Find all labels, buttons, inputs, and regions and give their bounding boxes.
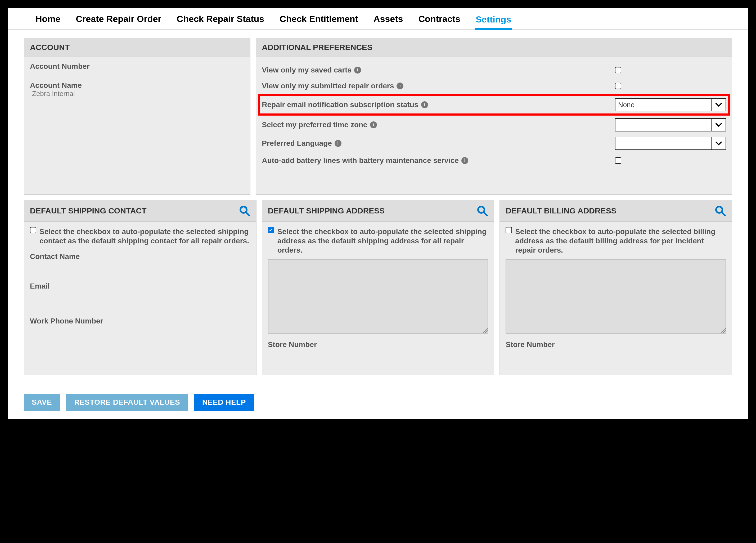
account-number-field: Account Number (30, 62, 244, 71)
shipping-contact-autopop-checkbox[interactable] (30, 227, 36, 233)
account-name-field: Account Name Zebra Internal (30, 81, 244, 98)
shipping-address-autopop-text: Select the checkbox to auto-populate the… (277, 227, 488, 255)
shipping-contact-header: DEFAULT SHIPPING CONTACT (24, 200, 256, 222)
svg-line-3 (484, 212, 487, 216)
shipping-address-body: Select the checkbox to auto-populate the… (262, 222, 494, 375)
nav-home[interactable]: Home (34, 11, 61, 29)
pref-auto-battery-checkbox[interactable] (615, 157, 621, 164)
nav-assets[interactable]: Assets (372, 11, 404, 29)
search-icon[interactable] (476, 205, 488, 217)
restore-defaults-button[interactable]: RESTORE DEFAULT VALUES (66, 394, 188, 411)
top-nav: Home Create Repair Order Check Repair St… (8, 8, 748, 30)
shipping-contact-panel: DEFAULT SHIPPING CONTACT Select the chec… (24, 200, 257, 375)
save-button[interactable]: SAVE (24, 394, 60, 411)
account-panel-body: Account Number Account Name Zebra Intern… (24, 57, 250, 195)
preferences-panel: ADDITIONAL PREFERENCES View only my save… (256, 38, 732, 195)
info-icon[interactable]: i (421, 101, 428, 108)
nav-create-repair-order[interactable]: Create Repair Order (75, 11, 162, 29)
pref-timezone-select[interactable] (615, 118, 726, 132)
pref-saved-carts-row: View only my saved carts i (262, 62, 726, 78)
billing-address-header: DEFAULT BILLING ADDRESS (500, 200, 732, 222)
pref-submitted-orders-row: View only my submitted repair orders i (262, 78, 726, 94)
pref-language-select[interactable] (615, 137, 726, 150)
pref-timezone-label: Select my preferred time zone (262, 120, 367, 129)
pref-language-row: Preferred Language i (262, 134, 726, 153)
shipping-store-number-label: Store Number (268, 340, 488, 349)
pref-language-value (615, 137, 711, 150)
shipping-address-title: DEFAULT SHIPPING ADDRESS (268, 206, 385, 215)
need-help-button[interactable]: NEED HELP (194, 394, 254, 411)
pref-submitted-orders-checkbox[interactable] (615, 83, 621, 89)
billing-address-panel: DEFAULT BILLING ADDRESS Select the check… (499, 200, 732, 375)
shipping-address-textarea[interactable] (268, 260, 488, 333)
account-number-label: Account Number (30, 62, 244, 71)
svg-line-5 (722, 212, 725, 216)
info-icon[interactable]: i (354, 67, 361, 74)
search-icon[interactable] (714, 205, 726, 217)
billing-address-title: DEFAULT BILLING ADDRESS (506, 206, 616, 215)
pref-auto-battery-row: Auto-add battery lines with battery main… (262, 153, 726, 169)
pref-saved-carts-checkbox[interactable] (615, 67, 621, 73)
account-name-value: Zebra Internal (30, 90, 244, 98)
row-account-prefs: ACCOUNT Account Number Account Name Zebr… (24, 38, 732, 195)
row-defaults: DEFAULT SHIPPING CONTACT Select the chec… (24, 200, 732, 375)
info-icon[interactable]: i (461, 157, 468, 164)
shipping-contact-autopop-text: Select the checkbox to auto-populate the… (39, 227, 250, 246)
shipping-contact-body: Select the checkbox to auto-populate the… (24, 222, 256, 375)
pref-submitted-orders-label: View only my submitted repair orders (262, 82, 394, 91)
billing-address-autopop-text: Select the checkbox to auto-populate the… (515, 227, 726, 255)
work-phone-label: Work Phone Number (30, 317, 250, 325)
preferences-title: ADDITIONAL PREFERENCES (262, 43, 372, 52)
info-icon[interactable]: i (370, 121, 377, 128)
account-name-label: Account Name (30, 81, 244, 90)
shipping-address-panel: DEFAULT SHIPPING ADDRESS Select the chec… (262, 200, 494, 375)
nav-check-repair-status[interactable]: Check Repair Status (176, 11, 265, 29)
account-panel: ACCOUNT Account Number Account Name Zebr… (24, 38, 250, 195)
preferences-panel-header: ADDITIONAL PREFERENCES (256, 38, 732, 57)
search-icon[interactable] (239, 205, 250, 217)
pref-repair-email-label: Repair email notification subscription s… (262, 100, 418, 109)
shipping-contact-title: DEFAULT SHIPPING CONTACT (30, 206, 147, 215)
pref-timezone-row: Select my preferred time zone i (262, 116, 726, 134)
pref-saved-carts-label: View only my saved carts (262, 66, 352, 75)
chevron-down-icon (711, 137, 726, 150)
info-icon[interactable]: i (397, 83, 403, 89)
email-label: Email (30, 282, 250, 290)
billing-address-autopop-checkbox[interactable] (506, 227, 512, 233)
billing-address-body: Select the checkbox to auto-populate the… (500, 222, 732, 375)
app-window: Home Create Repair Order Check Repair St… (8, 8, 748, 419)
button-row: SAVE RESTORE DEFAULT VALUES NEED HELP (8, 394, 748, 411)
preferences-panel-body: View only my saved carts i View only my … (256, 57, 732, 174)
pref-auto-battery-label: Auto-add battery lines with battery main… (262, 156, 459, 165)
pref-timezone-value (615, 119, 711, 131)
contact-name-label: Contact Name (30, 252, 250, 261)
pref-repair-email-row: Repair email notification subscription s… (258, 94, 730, 116)
account-panel-header: ACCOUNT (24, 38, 250, 57)
info-icon[interactable]: i (335, 140, 341, 147)
pref-repair-email-select[interactable]: None (615, 98, 726, 111)
page-body: ACCOUNT Account Number Account Name Zebr… (8, 30, 748, 388)
nav-check-entitlement[interactable]: Check Entitlement (278, 11, 359, 29)
svg-line-1 (246, 212, 249, 216)
pref-repair-email-value: None (615, 99, 711, 111)
pref-language-label: Preferred Language (262, 139, 332, 148)
billing-store-number-label: Store Number (506, 340, 726, 349)
shipping-address-header: DEFAULT SHIPPING ADDRESS (262, 200, 494, 222)
chevron-down-icon (711, 119, 726, 131)
shipping-address-autopop-checkbox[interactable] (268, 227, 274, 233)
nav-contracts[interactable]: Contracts (417, 11, 461, 29)
billing-address-textarea[interactable] (506, 260, 726, 333)
account-title: ACCOUNT (30, 43, 70, 52)
nav-settings[interactable]: Settings (475, 11, 512, 30)
chevron-down-icon (711, 99, 726, 111)
